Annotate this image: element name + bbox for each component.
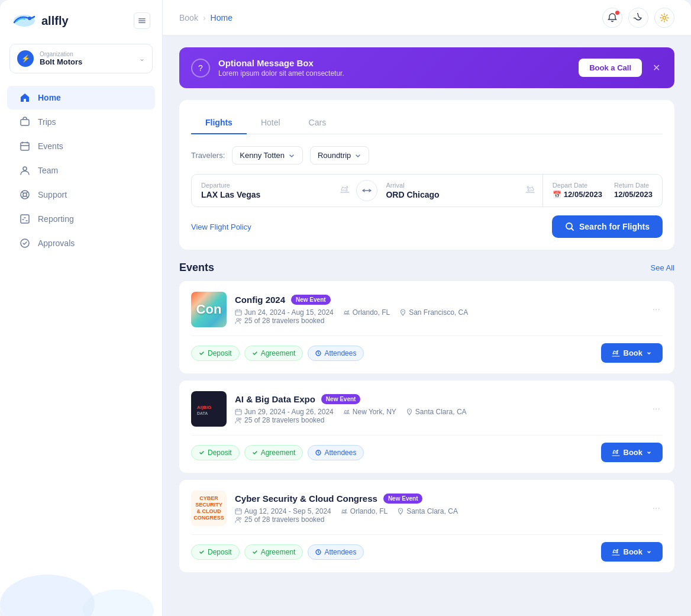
tab-hotel[interactable]: Hotel [247,112,295,134]
book-button-aibigdata[interactable]: Book [601,443,663,462]
sidebar-item-approvals[interactable]: Approvals [7,231,155,255]
sidebar-item-approvals-label: Approvals [38,238,75,248]
tag-attendees-config2024: Attendees [308,346,364,361]
org-name: Bolt Motors [40,57,133,66]
event-badge-aibigdata: New Event [321,394,361,404]
sidebar-item-reporting[interactable]: Reporting [7,207,155,231]
traveler-selector[interactable]: Kenny Totten [232,146,303,165]
message-banner: ? Optional Message Box Lorem ipsum dolor… [179,47,674,88]
event-thumbnail-cybersecurity: CYBER SECURITY & CLOUD CONGRESS [191,491,227,526]
view-flight-policy-link[interactable]: View Flight Policy [191,222,251,231]
org-label: Organization [40,51,133,57]
search-flights-button[interactable]: Search for Flights [552,215,663,238]
event-card-aibigdata: AI|BIG DATA AI & Big Data Expo New Event [179,380,674,473]
svg-point-19 [240,318,241,320]
banner-title: Optional Message Box [218,58,570,68]
departure-value: LAX Las Vegas [201,190,348,199]
event-flyfrom-cybersecurity: Orlando, FL [341,507,388,515]
svg-point-25 [237,418,239,420]
tab-flights[interactable]: Flights [191,112,247,134]
event-location-cybersecurity: Santa Clara, CA [397,507,458,515]
trip-type: Roundtrip [318,151,351,160]
search-flights-label: Search for Flights [579,222,650,231]
depart-date-field[interactable]: Depart Date 📅 12/05/2023 [553,182,602,199]
events-section: Events See All Con Config 2024 New Event [179,262,674,572]
flight-search-inputs: Departure LAX Las Vegas Arrival ORD Chic… [191,174,663,207]
sidebar-item-trips[interactable]: Trips [7,110,155,134]
arrival-label: Arrival [386,182,532,189]
search-options-row: Travelers: Kenny Totten Roundtrip [191,146,663,165]
svg-point-29 [400,509,401,511]
depart-date-label: Depart Date [553,182,602,189]
header-actions [602,8,674,28]
see-all-events-link[interactable]: See All [651,263,674,272]
event-more-menu-cybersecurity[interactable]: ··· [650,501,663,516]
tag-deposit-cybersecurity: Deposit [191,544,240,560]
departure-field[interactable]: Departure LAX Las Vegas [192,175,357,207]
event-dates-cybersecurity: Aug 12, 2024 - Sep 5, 2024 [235,507,331,515]
trip-type-selector[interactable]: Roundtrip [310,146,369,165]
sidebar-collapse-button[interactable] [134,12,150,29]
svg-point-14 [663,16,666,19]
sidebar-item-team-label: Team [38,166,58,175]
sidebar-item-reporting-label: Reporting [38,214,74,224]
tag-agreement-aibigdata: Agreement [244,445,303,460]
breadcrumb-separator: › [203,13,206,22]
sidebar-decoration [0,527,162,616]
svg-point-12 [0,575,95,616]
book-plane-icon [612,349,620,357]
sidebar-item-home-label: Home [38,93,61,102]
reporting-icon [19,213,31,225]
location-icon [399,309,406,316]
notifications-button[interactable] [602,8,622,28]
sidebar-nav: Home Trips Events Team [0,85,162,256]
swap-airports-button[interactable] [356,180,377,201]
book-button-cybersecurity[interactable]: Book [601,542,663,562]
svg-text:DATA: DATA [197,411,208,415]
event-more-menu-aibigdata[interactable]: ··· [650,401,663,417]
sidebar-item-events[interactable]: Events [7,134,155,158]
org-chevron-icon: ⌄ [139,54,145,63]
travelers-label: Travelers: [191,151,225,160]
tag-attendees-cybersecurity: Attendees [308,544,364,560]
svg-point-17 [402,311,403,312]
event-more-menu-config2024[interactable]: ··· [650,302,663,317]
plane-depart-icon [340,184,350,197]
allfly-logo-icon [12,12,37,30]
event-tags-aibigdata: Deposit Agreement Attendees Book [191,435,663,462]
svg-rect-23 [235,409,241,415]
event-travelers-aibigdata: 25 of 28 travelers booked [244,416,324,424]
svg-point-31 [240,517,241,519]
event-location-config2024: San Francisco, CA [399,308,468,317]
svg-point-30 [237,517,239,520]
svg-point-9 [23,193,27,196]
tab-cars[interactable]: Cars [295,112,341,134]
banner-close-button[interactable]: ✕ [650,60,663,76]
arrival-field[interactable]: Arrival ORD Chicago [376,175,542,207]
events-section-header: Events See All [179,262,674,274]
traveler-name: Kenny Totten [240,151,285,160]
notification-dot [615,11,619,15]
settings-button[interactable] [654,8,674,28]
flights-card: Flights Hotel Cars Travelers: Kenny Tott… [179,100,674,250]
svg-rect-10 [21,215,29,223]
book-button-config2024[interactable]: Book [601,343,663,363]
event-name-aibigdata: AI & Big Data Expo [235,394,315,404]
svg-rect-28 [235,509,241,514]
calendar-icon [235,309,242,316]
event-flyfrom-aibigdata: New York, NY [343,408,396,416]
sidebar-item-support[interactable]: Support [7,183,155,207]
event-location-aibigdata: Santa Clara, CA [406,408,467,416]
return-date-field[interactable]: Return Date 12/05/2023 [614,182,653,199]
page-content: ? Optional Message Box Lorem ipsum dolor… [163,36,691,616]
dark-mode-button[interactable] [628,8,648,28]
event-card-cybersecurity: CYBER SECURITY & CLOUD CONGRESS Cyber Se… [179,480,674,572]
sidebar-item-events-label: Events [38,141,63,151]
org-selector[interactable]: ⚡ Organization Bolt Motors ⌄ [9,44,153,73]
sidebar-item-team[interactable]: Team [7,159,155,182]
events-title: Events [179,262,214,274]
book-call-button[interactable]: Book a Call [579,59,642,77]
sidebar-item-home[interactable]: Home [7,86,155,109]
event-travelers-config2024: 25 of 28 travelers booked [244,317,324,325]
return-date-label: Return Date [614,182,653,189]
